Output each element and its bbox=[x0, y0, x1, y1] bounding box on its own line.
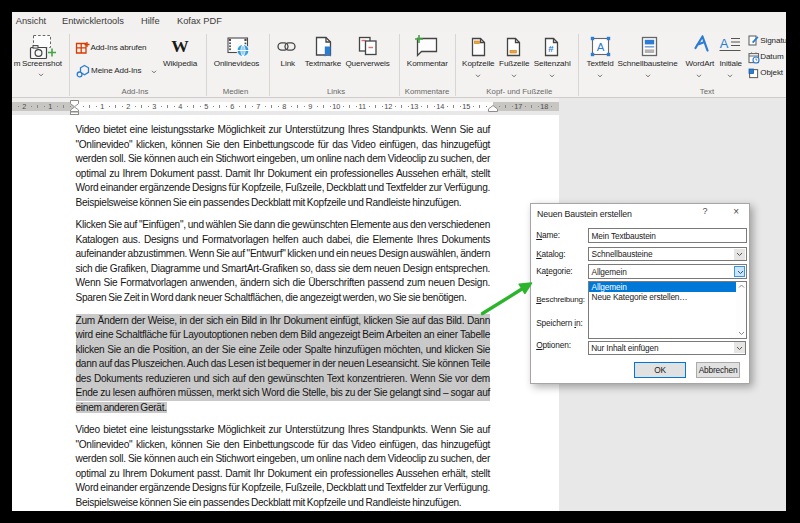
svg-text:A: A bbox=[720, 36, 729, 51]
svg-text:#: # bbox=[548, 42, 554, 53]
svg-text:A: A bbox=[596, 41, 604, 53]
